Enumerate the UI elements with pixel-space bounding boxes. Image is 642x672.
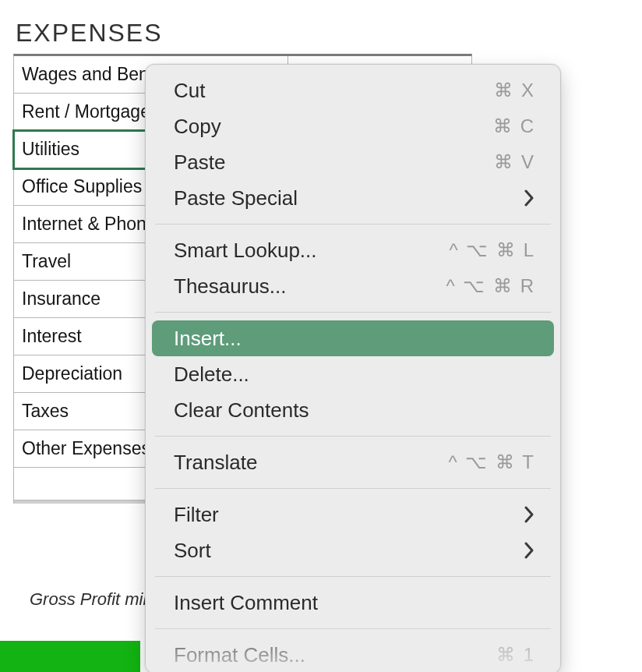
menu-item-format-cells[interactable]: Format Cells... ⌘ 1 [152,637,554,672]
menu-item-paste-special[interactable]: Paste Special [152,180,554,216]
menu-label: Translate [174,451,257,475]
menu-shortcut: ⌘ X [494,80,535,101]
menu-item-delete[interactable]: Delete... [152,356,554,392]
menu-label: Paste Special [174,186,298,210]
menu-separator [155,576,551,577]
menu-item-copy[interactable]: Copy ⌘ C [152,108,554,144]
green-bar [0,641,140,672]
menu-item-cut[interactable]: Cut ⌘ X [152,73,554,108]
menu-item-clear-contents[interactable]: Clear Contents [152,392,554,428]
menu-label: Cut [174,79,205,103]
menu-separator [155,628,551,629]
menu-label: Format Cells... [174,643,305,667]
menu-item-translate[interactable]: Translate ^ ⌥ ⌘ T [152,444,554,480]
menu-label: Thesaurus... [174,274,287,299]
menu-item-sort[interactable]: Sort [152,532,554,568]
menu-separator [155,436,551,437]
chevron-right-icon [523,541,535,560]
menu-shortcut: ⌘ C [493,115,535,137]
menu-item-filter[interactable]: Filter [152,497,554,532]
menu-shortcut: ^ ⌥ ⌘ T [449,451,536,473]
menu-label: Sort [174,539,211,563]
menu-label: Copy [174,115,221,139]
menu-item-insert[interactable]: Insert... [152,320,554,356]
menu-label: Paste [174,150,226,175]
menu-item-thesaurus[interactable]: Thesaurus... ^ ⌥ ⌘ R [152,268,554,304]
menu-item-insert-comment[interactable]: Insert Comment [152,585,554,621]
menu-label: Delete... [174,363,249,387]
menu-item-smart-lookup[interactable]: Smart Lookup... ^ ⌥ ⌘ L [152,232,554,268]
menu-separator [155,224,551,225]
menu-separator [155,312,551,313]
menu-shortcut: ⌘ 1 [496,644,535,666]
menu-label: Filter [174,503,219,527]
menu-separator [155,488,551,489]
menu-shortcut: ^ ⌥ ⌘ L [449,239,535,261]
menu-label: Insert Comment [174,591,318,615]
menu-item-paste[interactable]: Paste ⌘ V [152,144,554,180]
menu-label: Insert... [174,327,242,351]
chevron-right-icon [523,189,535,207]
menu-label: Smart Lookup... [174,239,317,263]
chevron-right-icon [523,505,535,524]
menu-shortcut: ⌘ V [494,151,535,173]
section-title: EXPENSES [16,19,163,48]
menu-label: Clear Contents [174,398,309,423]
context-menu: Cut ⌘ X Copy ⌘ C Paste ⌘ V Paste Special… [145,64,561,672]
menu-shortcut: ^ ⌥ ⌘ R [446,275,535,297]
